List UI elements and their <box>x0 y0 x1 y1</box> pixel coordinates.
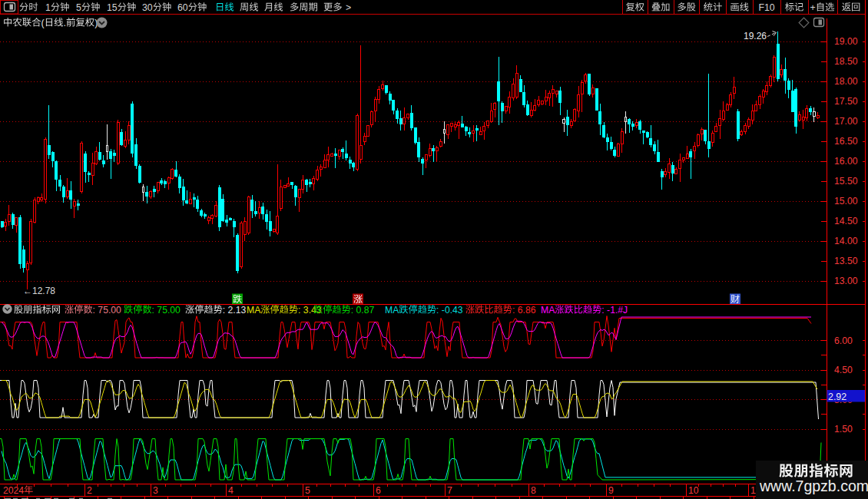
svg-text:30: 30 <box>142 2 153 13</box>
svg-text:: 2.13: : 2.13 <box>223 305 247 316</box>
svg-text:13.00: 13.00 <box>834 276 858 286</box>
svg-text:15: 15 <box>107 2 118 13</box>
svg-text:2.92: 2.92 <box>828 392 846 402</box>
svg-text:6: 6 <box>376 485 381 496</box>
svg-text:: 75.00: : 75.00 <box>93 305 121 316</box>
svg-text:+: + <box>810 2 816 13</box>
svg-text:9: 9 <box>608 485 614 496</box>
svg-text:: 75.00: : 75.00 <box>152 305 181 316</box>
svg-text:1.50: 1.50 <box>834 424 853 435</box>
svg-text:: 0.87: : 0.87 <box>351 305 375 316</box>
svg-text:16.50: 16.50 <box>834 136 858 147</box>
svg-text:4: 4 <box>228 485 234 496</box>
svg-text:17.00: 17.00 <box>834 116 858 127</box>
svg-text:F10: F10 <box>758 2 774 13</box>
svg-text:13.50: 13.50 <box>834 256 858 266</box>
svg-text:17.50: 17.50 <box>834 96 858 107</box>
svg-text:: 6.86: : 6.86 <box>512 305 536 316</box>
svg-text:: -0.43: : -0.43 <box>436 305 463 316</box>
svg-text:60: 60 <box>177 2 188 13</box>
svg-text:3: 3 <box>153 485 158 496</box>
svg-text:5: 5 <box>76 2 81 13</box>
svg-text:18.50: 18.50 <box>834 56 858 67</box>
svg-text:8: 8 <box>531 485 536 496</box>
svg-text:.: . <box>64 18 66 28</box>
svg-text:16.00: 16.00 <box>834 156 858 167</box>
svg-text:MA: MA <box>541 305 555 316</box>
svg-text:4.50: 4.50 <box>834 365 853 375</box>
svg-text:←12.78: ←12.78 <box>23 286 55 296</box>
svg-text:15.00: 15.00 <box>834 196 858 207</box>
svg-text:7: 7 <box>447 485 452 496</box>
svg-text:6.00: 6.00 <box>834 335 853 346</box>
svg-text:15.50: 15.50 <box>834 176 858 187</box>
svg-text:14.00: 14.00 <box>834 236 858 246</box>
svg-text:10: 10 <box>688 485 699 496</box>
svg-text:5: 5 <box>305 485 310 496</box>
svg-text:MA: MA <box>385 305 399 316</box>
svg-text:MA: MA <box>247 305 261 316</box>
svg-text:www.7gpzb.com: www.7gpzb.com <box>759 478 868 494</box>
svg-text:2024: 2024 <box>3 485 24 496</box>
svg-text:>: > <box>346 2 351 13</box>
svg-text:2: 2 <box>87 485 92 496</box>
svg-text:: -1.#J: : -1.#J <box>601 305 628 316</box>
svg-text:19.26: 19.26 <box>744 31 767 41</box>
svg-text:18.00: 18.00 <box>834 76 858 87</box>
svg-text:1: 1 <box>45 2 51 13</box>
svg-text:19.00: 19.00 <box>834 36 858 47</box>
svg-text:14.50: 14.50 <box>834 216 858 226</box>
